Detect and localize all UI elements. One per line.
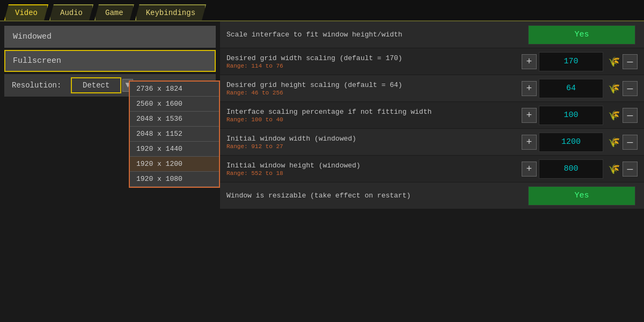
setting-row-1: Desired grid width scaling (default = 17… [220, 48, 644, 75]
setting-label-2: Desired grid height scaling (default = 6… [226, 81, 522, 96]
setting-row-2: Desired grid height scaling (default = 6… [220, 75, 644, 102]
plus-btn-5[interactable]: + [522, 162, 537, 177]
setting-controls-4: + 1200 🌾 — [522, 133, 638, 152]
setting-row-5: Initial window height (windowed) Range: … [220, 156, 644, 182]
res-item-4[interactable]: 1920 x 1440 [130, 142, 219, 157]
setting-label-6: Window is resizable (take effect on rest… [226, 192, 526, 200]
setting-row-3: Interface scaling percentage if not fitt… [220, 102, 644, 129]
leaf-icon-1: 🌾 [606, 54, 621, 69]
leaf-icon-5: 🌾 [606, 162, 621, 177]
setting-controls-6: Yes [526, 186, 638, 206]
minus-btn-3[interactable]: — [623, 108, 638, 123]
tab-game[interactable]: Game [94, 4, 134, 20]
leaf-icon-2: 🌾 [606, 81, 621, 96]
minus-btn-1[interactable]: — [623, 54, 638, 69]
plus-btn-4[interactable]: + [522, 135, 537, 150]
resolution-label: Resolution: [12, 81, 71, 90]
setting-value-6: Yes [528, 186, 635, 206]
detect-button[interactable]: Detect [71, 77, 121, 93]
left-panel: Windowed Fullscreen Resolution: Detect ▼… [0, 21, 220, 321]
setting-row-6: Window is resizable (take effect on rest… [220, 182, 644, 209]
setting-value-0: Yes [528, 25, 635, 45]
fullscreen-option[interactable]: Fullscreen [4, 50, 216, 72]
tab-video[interactable]: Video [4, 4, 48, 20]
plus-btn-2[interactable]: + [522, 81, 537, 96]
minus-btn-5[interactable]: — [623, 162, 638, 177]
minus-btn-4[interactable]: — [623, 135, 638, 150]
setting-label-4: Initial window width (windowed) Range: 9… [226, 135, 522, 150]
setting-row-0: Scale interface to fit window height/wid… [220, 21, 644, 48]
tabs-bar: Video Audio Game Keybindings [0, 0, 644, 21]
setting-label-0: Scale interface to fit window height/wid… [226, 31, 526, 39]
setting-label-5: Initial window height (windowed) Range: … [226, 162, 522, 177]
resolution-list: 2736 x 1824 2560 x 1600 2048 x 1536 2048… [129, 80, 220, 188]
res-item-3[interactable]: 2048 x 1152 [130, 127, 219, 142]
leaf-icon-3: 🌾 [606, 108, 621, 123]
plus-btn-1[interactable]: + [522, 54, 537, 69]
res-item-5[interactable]: 1920 x 1200 [130, 157, 219, 172]
plus-btn-3[interactable]: + [522, 108, 537, 123]
res-item-1[interactable]: 2560 x 1600 [130, 97, 219, 112]
setting-label-3: Interface scaling percentage if not fitt… [226, 108, 522, 123]
setting-value-2: 64 [539, 79, 603, 98]
res-item-0[interactable]: 2736 x 1824 [130, 82, 219, 97]
setting-value-5: 800 [539, 159, 603, 179]
setting-controls-5: + 800 🌾 — [522, 159, 638, 179]
setting-value-3: 100 [539, 106, 603, 125]
setting-value-4: 1200 [539, 133, 603, 152]
tab-keybindings[interactable]: Keybindings [135, 4, 206, 20]
setting-value-1: 170 [539, 52, 603, 71]
setting-controls-2: + 64 🌾 — [522, 79, 638, 98]
setting-label-1: Desired grid width scaling (default = 17… [226, 54, 522, 69]
res-item-2[interactable]: 2048 x 1536 [130, 112, 219, 127]
minus-btn-2[interactable]: — [623, 81, 638, 96]
setting-controls-0: Yes [526, 25, 638, 45]
main-content: Windowed Fullscreen Resolution: Detect ▼… [0, 21, 644, 321]
setting-controls-3: + 100 🌾 — [522, 106, 638, 125]
setting-row-4: Initial window width (windowed) Range: 9… [220, 129, 644, 156]
leaf-icon-4: 🌾 [606, 135, 621, 150]
windowed-option[interactable]: Windowed [4, 26, 216, 48]
setting-controls-1: + 170 🌾 — [522, 52, 638, 71]
res-item-6[interactable]: 1920 x 1080 [130, 172, 219, 187]
settings-panel: Scale interface to fit window height/wid… [220, 21, 644, 321]
tab-audio[interactable]: Audio [49, 4, 93, 20]
